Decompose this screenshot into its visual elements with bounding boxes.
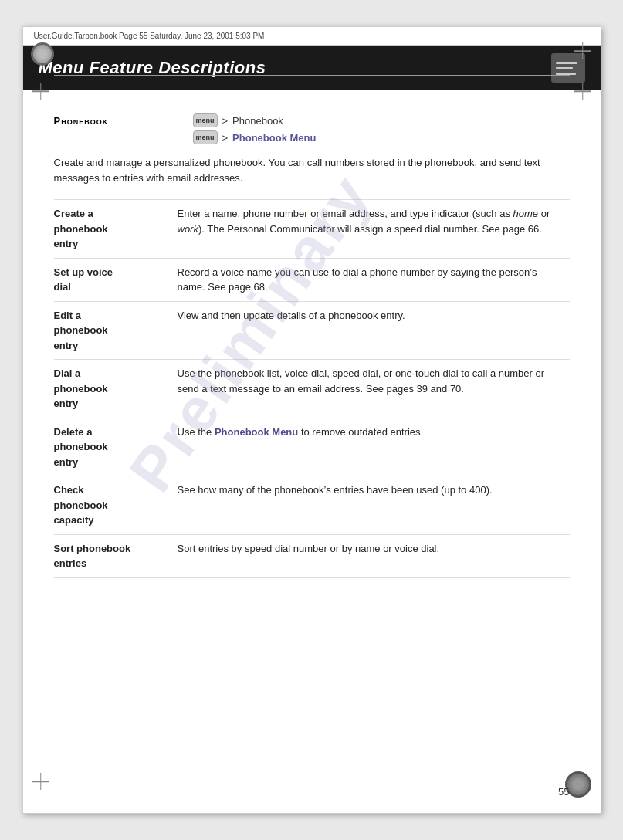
phonebook-menu-ref: Phonebook Menu [215, 426, 298, 438]
menu-button-1: menu [193, 113, 218, 127]
corner-tr [574, 83, 591, 100]
phonebook-label: Phonebook [54, 113, 193, 127]
nav-row-2: menu > Phonebook Menu [193, 130, 317, 144]
file-info: User.Guide.Tarpon.book Page 55 Saturday,… [34, 32, 265, 40]
icon-line-2 [556, 67, 573, 69]
desc-dial: Use the phonebook list, voice dial, spee… [178, 360, 570, 418]
table-row: Dial aphonebookentry Use the phonebook l… [54, 360, 570, 418]
main-content: Phonebook menu > Phonebook menu > Phoneb… [23, 90, 601, 601]
table-row: Create aphonebookentry Enter a name, pho… [54, 200, 570, 259]
phonebook-nav: menu > Phonebook menu > Phonebook Menu [193, 113, 317, 144]
feature-table: Create aphonebookentry Enter a name, pho… [54, 199, 570, 578]
desc-edit: View and then update details of a phoneb… [178, 301, 570, 360]
term-create: Create aphonebookentry [54, 200, 178, 259]
nav-text-phonebook-menu: Phonebook Menu [232, 132, 316, 144]
corner-tl-gear [31, 42, 54, 66]
term-capacity: Checkphonebookcapacity [54, 476, 178, 535]
icon-line-1 [556, 62, 577, 64]
corner-tl [32, 83, 49, 100]
menu-button-2: menu [193, 130, 218, 144]
desc-create: Enter a name, phone number or email addr… [178, 200, 570, 259]
table-row: Sort phonebookentries Sort entries by sp… [54, 534, 570, 578]
top-divider [54, 75, 570, 76]
desc-sort: Sort entries by speed dial number or by … [178, 534, 570, 578]
table-row: Edit aphonebookentry View and then updat… [54, 301, 570, 360]
desc-capacity: See how many of the phonebook’s entries … [178, 476, 570, 535]
term-edit: Edit aphonebookentry [54, 301, 178, 360]
nav-text-phonebook: Phonebook [232, 115, 283, 127]
table-row: Checkphonebookcapacity See how many of t… [54, 476, 570, 535]
desc-delete: Use the Phonebook Menu to remove outdate… [178, 418, 570, 476]
nav-arrow-2: > [222, 132, 229, 144]
nav-arrow-1: > [222, 115, 229, 127]
header-band: Menu Feature Descriptions [23, 46, 601, 90]
term-delete: Delete aphonebookentry [54, 418, 178, 476]
meta-bar: User.Guide.Tarpon.book Page 55 Saturday,… [23, 27, 601, 46]
table-row: Delete aphonebookentry Use the Phonebook… [54, 418, 570, 476]
bottom-divider [54, 774, 570, 774]
phonebook-header-row: Phonebook menu > Phonebook menu > Phoneb… [54, 113, 570, 144]
desc-voicedial: Record a voice name you can use to dial … [178, 258, 570, 301]
corner-tr-cross [574, 42, 591, 59]
term-voicedial: Set up voicedial [54, 258, 178, 301]
intro-paragraph: Create and manage a personalized phonebo… [54, 155, 570, 185]
table-row: Set up voicedial Record a voice name you… [54, 258, 570, 301]
term-sort: Sort phonebookentries [54, 534, 178, 578]
page-number: 55 [558, 786, 569, 798]
corner-bl [32, 773, 49, 790]
nav-row-1: menu > Phonebook [193, 113, 317, 127]
page: User.Guide.Tarpon.book Page 55 Saturday,… [22, 26, 601, 814]
term-dial: Dial aphonebookentry [54, 360, 178, 418]
